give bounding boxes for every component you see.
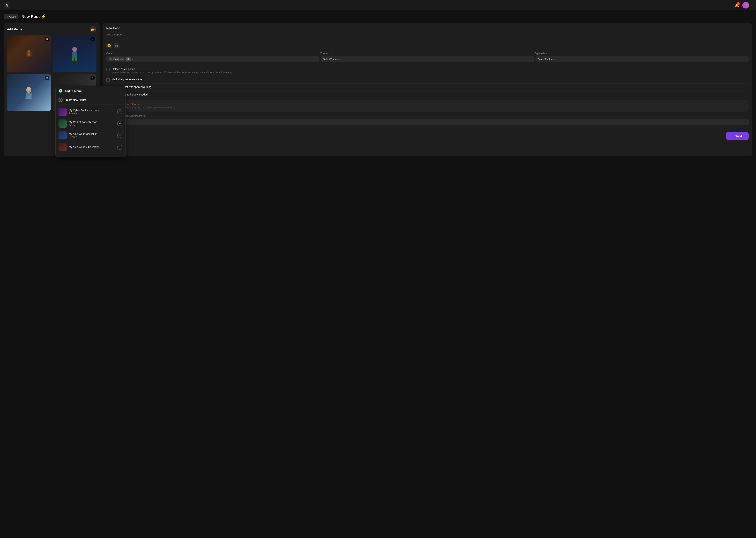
avatar-chevron-icon[interactable]: ▾	[751, 4, 752, 7]
create-new-album-row[interactable]: + Create New Album ›	[56, 95, 125, 105]
media-image-2	[53, 35, 96, 73]
paid-header: PAID Connect Stripe ›	[115, 103, 746, 106]
album-info: My Cyber Punk collections 24 shots	[69, 109, 99, 115]
themes-label: Themes	[320, 52, 535, 55]
revenue-section: Picashot receives(10% minimum) i $	[106, 115, 749, 125]
add-to-album-button[interactable]: +	[117, 133, 122, 138]
remove-media-3-button[interactable]: ✕	[45, 76, 49, 80]
create-album-label: Create New Album	[65, 98, 86, 101]
left-panel-header: Add Media 🧑+	[7, 26, 96, 32]
add-to-album-button[interactable]: +	[117, 121, 122, 126]
meta-selects: A Plague... ✕ +3 ▾ Select Themes ▾ Selec…	[106, 56, 749, 62]
media-item: ✕	[7, 35, 51, 73]
platform-chevron-icon: ▾	[555, 58, 556, 60]
emoji-toolbar: 😊 🎮	[106, 43, 749, 48]
right-panel: New Post 😊 🎮 Games Themes Captured on A …	[103, 23, 752, 156]
album-shots: 24 shots	[69, 136, 97, 138]
album-item[interactable]: My Cyber Punk collections 24 shots +	[56, 106, 125, 118]
paid-content: PAID Connect Stripe › When this is turne…	[115, 103, 746, 109]
album-info: My Alan Wake 2 Collection	[69, 145, 100, 149]
album-item[interactable]: My Alan Wake 2 Collection +	[56, 141, 125, 153]
ai-enhance-button[interactable]: 🧑+	[90, 26, 96, 32]
sensitive-checkbox[interactable]	[106, 78, 110, 81]
close-x-icon: ✕	[6, 15, 8, 18]
stripe-chevron-icon: ›	[138, 103, 139, 105]
plus-circle-icon: +	[59, 98, 63, 102]
album-item[interactable]: My God of war collection 24 shots +	[56, 118, 125, 130]
add-media-title: Add Media	[7, 28, 22, 31]
revenue-input-wrap: $	[106, 119, 749, 125]
topnav: ⊛ 🔔 1 U ▾	[0, 0, 756, 10]
collection-desc: When this feature is turned on, you can …	[112, 71, 749, 74]
remove-game-tag[interactable]: ✕	[121, 58, 123, 60]
album-shots: 24 shots	[69, 124, 97, 127]
info-icon[interactable]: i	[143, 115, 146, 118]
svg-point-2	[28, 54, 30, 55]
platform-select[interactable]: Select Platform ▾	[536, 56, 749, 62]
emoji-button-2[interactable]: 🎮	[114, 43, 119, 48]
themes-select[interactable]: Select Themes ▾	[321, 56, 534, 62]
album-name: My God of war collection	[69, 121, 97, 124]
notification-badge: 1	[737, 2, 740, 5]
themes-chevron-icon: ▾	[340, 58, 341, 60]
meta-labels: Games Themes Captured on	[106, 52, 749, 55]
paid-section: PAID Connect Stripe › When this is turne…	[106, 100, 749, 112]
paid-desc: When this is turned on, you are able to …	[115, 106, 746, 109]
games-label: Games	[106, 52, 320, 55]
emoji-button-1[interactable]: 😊	[106, 43, 112, 48]
add-to-album-dropdown: 💿 Add to Album + Create New Album ›	[55, 86, 125, 157]
logo-icon[interactable]: ⊛	[4, 2, 10, 9]
svg-rect-7	[75, 58, 77, 61]
topnav-right: 🔔 1 U ▾	[733, 2, 752, 9]
games-chevron-icon: ▾	[132, 58, 133, 60]
upload-button[interactable]: Upload	[726, 132, 749, 140]
revenue-label: Picashot receives(10% minimum) i	[106, 115, 749, 118]
avatar[interactable]: U	[742, 2, 749, 9]
create-album-left: + Create New Album	[59, 98, 86, 102]
svg-rect-6	[72, 58, 74, 61]
upload-row: Upload	[106, 129, 749, 140]
album-item-left: My Alan Wake 2 Collection	[59, 143, 100, 151]
page-title: New Post ⚡	[22, 14, 46, 19]
dropdown-header: 💿 Add to Album	[56, 89, 125, 95]
games-select[interactable]: A Plague... ✕ +3 ▾	[106, 56, 319, 62]
checkbox-section: Upload as collection When this feature i…	[106, 66, 749, 99]
add-to-album-button[interactable]: +	[117, 109, 122, 114]
spoiler-content: Mark this post with spoiler warning	[112, 85, 749, 89]
checkbox-collection: Upload as collection When this feature i…	[106, 66, 749, 76]
svg-rect-10	[26, 93, 32, 97]
sensitive-content: Mark this post as sensitive	[112, 78, 749, 81]
album-item[interactable]: My Alan Wake Collection 24 shots +	[56, 130, 125, 141]
revenue-input[interactable]	[111, 120, 746, 123]
svg-point-8	[73, 47, 76, 49]
remove-media-2-button[interactable]: ✕	[90, 37, 95, 41]
create-album-chevron-icon: ›	[121, 98, 122, 101]
download-label: Allow photos to be downloaded	[112, 93, 749, 96]
games-tag: A Plague... ✕	[109, 57, 124, 61]
dropdown-title: Add to Album	[65, 89, 82, 92]
album-item-left: My God of war collection 24 shots	[59, 120, 97, 128]
svg-rect-5	[72, 52, 77, 58]
new-post-title: New Post	[106, 27, 749, 30]
album-thumbnail	[59, 143, 67, 151]
collection-content: Upload as collection When this feature i…	[112, 68, 749, 74]
album-shots: 24 shots	[69, 112, 99, 115]
media-item: ✕	[7, 74, 51, 111]
caption-input[interactable]	[106, 33, 749, 39]
sensitive-label: Mark this post as sensitive	[112, 78, 749, 81]
close-button[interactable]: ✕ Close	[4, 14, 19, 19]
download-content: Allow photos to be downloaded	[112, 93, 749, 96]
album-thumbnail	[59, 108, 67, 116]
left-panel: Add Media 🧑+ ✕	[4, 23, 100, 156]
remove-media-4-button[interactable]: ✕	[90, 76, 95, 80]
album-info: My Alan Wake Collection 24 shots	[69, 133, 97, 138]
add-to-album-button[interactable]: +	[117, 145, 122, 150]
remove-media-1-button[interactable]: ✕	[45, 37, 49, 41]
album-header-icon: 💿	[59, 89, 63, 93]
notifications-button[interactable]: 🔔 1	[733, 2, 740, 9]
captured-label: Captured on	[535, 52, 749, 55]
media-image-1	[7, 35, 51, 73]
collection-checkbox[interactable]	[106, 68, 110, 71]
collection-label: Upload as collection	[112, 68, 749, 71]
header-row: ✕ Close New Post ⚡	[4, 14, 752, 19]
